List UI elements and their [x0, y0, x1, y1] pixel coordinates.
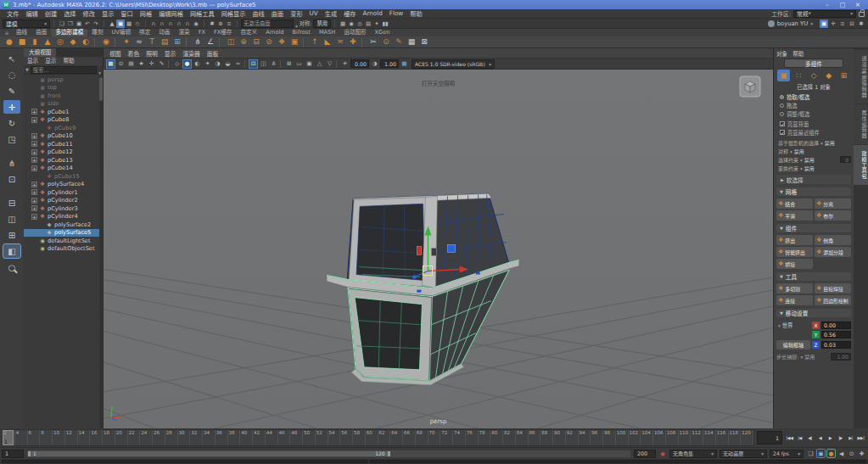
- range-slider[interactable]: 1 120: [26, 450, 631, 458]
- outliner-item[interactable]: + pCube8: [24, 116, 103, 125]
- poly-disc-icon[interactable]: ◐: [80, 36, 92, 48]
- isolate-select-toggle[interactable]: ⊡: [3, 172, 20, 186]
- toggle-layer-editor-icon[interactable]: ⊟: [848, 20, 856, 28]
- expand-toggle[interactable]: +: [31, 157, 37, 163]
- shelf-menu-icon[interactable]: ≡: [2, 29, 12, 36]
- isolate-select-icon[interactable]: ⊡: [249, 59, 258, 69]
- wireframe-mode-icon[interactable]: ◇: [172, 59, 182, 69]
- range-start-handle[interactable]: [28, 451, 31, 456]
- expand-toggle[interactable]: [38, 230, 44, 236]
- frame-tick[interactable]: 94: [579, 430, 591, 445]
- frame-tick[interactable]: 28: [165, 430, 178, 445]
- outliner-scrollbar[interactable]: [99, 75, 103, 428]
- section-header-tools[interactable]: 工具: [776, 272, 851, 281]
- character-set-selector[interactable]: 无角色集: [669, 450, 717, 458]
- expand-toggle[interactable]: +: [31, 149, 37, 155]
- lasso-tool[interactable]: ◌: [3, 68, 20, 81]
- frame-tick[interactable]: 90: [553, 430, 566, 445]
- pane-layout-two-stacked[interactable]: ⊟: [3, 196, 20, 210]
- menu-item[interactable]: 网格: [137, 9, 155, 18]
- extrude-icon[interactable]: ↑: [309, 36, 321, 48]
- translate-y-field[interactable]: 0.56: [821, 331, 851, 338]
- step-forward-frame-button[interactable]: ▶|: [846, 433, 855, 443]
- toggle-modeling-toolkit-icon[interactable]: ✱: [857, 20, 865, 28]
- viewport-menu-item[interactable]: 照明: [143, 49, 161, 58]
- outliner-item[interactable]: + pCylinder3: [24, 204, 103, 213]
- quad-draw-icon[interactable]: ✎: [393, 36, 405, 48]
- construction-history-icon[interactable]: ≡: [225, 20, 233, 28]
- separate-icon[interactable]: ⊟: [250, 36, 262, 48]
- toolkit-button[interactable]: 挤出: [776, 235, 813, 245]
- snap-viewplane-icon[interactable]: ∩: [183, 20, 192, 28]
- gamma-field[interactable]: 1.00: [380, 59, 399, 68]
- snap-point-icon[interactable]: ∩: [166, 20, 175, 28]
- render-current-frame-icon[interactable]: ◉: [347, 20, 356, 28]
- maximize-button[interactable]: □: [838, 1, 847, 9]
- go-to-end-button[interactable]: ▶▶|: [856, 433, 865, 443]
- frame-tick[interactable]: 104: [641, 430, 653, 445]
- sidebar-tab[interactable]: 属性编辑器: [854, 104, 868, 144]
- shelf-tab[interactable]: 运动图形: [339, 29, 370, 36]
- combine-icon[interactable]: ⊕: [238, 36, 249, 48]
- pane-layout-two-side[interactable]: ◫: [3, 212, 20, 226]
- exposure-field[interactable]: 0.00: [350, 59, 369, 68]
- frame-tick[interactable]: 44: [266, 430, 278, 445]
- frame-tick[interactable]: 64: [390, 430, 403, 445]
- play-forwards-button[interactable]: ▶: [826, 433, 835, 443]
- frame-tick[interactable]: 42: [253, 430, 266, 445]
- toolkit-button[interactable]: 结合: [776, 198, 813, 209]
- translate-x-field[interactable]: 0.00: [821, 321, 851, 329]
- frame-tick[interactable]: 98: [603, 430, 616, 445]
- outliner-search-input[interactable]: 搜索...: [31, 66, 97, 74]
- sep[interactable]: [186, 38, 189, 47]
- frame-tick[interactable]: 50: [303, 430, 316, 445]
- toggle-attribute-editor-icon[interactable]: ▣: [820, 20, 828, 28]
- minimize-button[interactable]: –: [823, 1, 832, 9]
- section-header-mesh[interactable]: 网格: [776, 187, 851, 196]
- sep[interactable]: [168, 60, 171, 68]
- shelf-tab[interactable]: 雕刻: [87, 29, 107, 36]
- face-mode-icon[interactable]: ◆: [822, 70, 835, 81]
- step-forward-key-button[interactable]: |▶: [836, 433, 845, 443]
- toolkit-button[interactable]: 倒角: [815, 235, 851, 245]
- 2d-pan-zoom-icon[interactable]: ✛: [147, 59, 156, 69]
- current-frame-field[interactable]: 1: [757, 431, 782, 444]
- open-render-view-icon[interactable]: ▦: [339, 20, 347, 28]
- snap-curve-icon[interactable]: ∩: [158, 20, 166, 28]
- outliner-menu-item[interactable]: 帮助: [59, 57, 77, 65]
- edit-pivot-button[interactable]: 编辑枢轴: [776, 340, 810, 349]
- color-space-selector[interactable]: ACES 1.0 SDR-video (sRGB): [412, 59, 495, 69]
- expand-toggle[interactable]: [31, 76, 37, 82]
- measure-tool-icon[interactable]: ∠: [204, 36, 216, 48]
- expand-toggle[interactable]: +: [31, 182, 37, 187]
- outliner-item[interactable]: + pCube10: [24, 132, 103, 141]
- toolkit-menu-item[interactable]: 对象: [776, 49, 787, 58]
- frame-tick[interactable]: 100: [616, 430, 629, 445]
- toolkit-button[interactable]: 目标焊接: [815, 283, 851, 293]
- smooth-icon[interactable]: ❖: [276, 36, 288, 48]
- frame-tick[interactable]: 118: [729, 430, 742, 445]
- frame-tick[interactable]: 14: [78, 430, 91, 445]
- sep[interactable]: [303, 38, 306, 47]
- render-settings-icon[interactable]: ▤: [364, 20, 372, 28]
- poly-plane-icon[interactable]: ◆: [67, 36, 79, 48]
- frame-tick[interactable]: 6: [28, 430, 41, 445]
- frame-tick[interactable]: 78: [479, 430, 491, 445]
- expand-toggle[interactable]: [31, 101, 37, 107]
- anim-end-field[interactable]: 200: [634, 450, 656, 458]
- shelf-tab[interactable]: 曲线: [12, 29, 31, 36]
- outliner-tab[interactable]: 大纲视图: [24, 48, 56, 57]
- vertex-mode-icon[interactable]: ∷: [792, 70, 805, 81]
- outliner-item[interactable]: + pCube11: [24, 140, 103, 148]
- frame-tick[interactable]: 4: [15, 430, 28, 445]
- poly-torus-icon[interactable]: ◎: [54, 36, 66, 48]
- screen-space-icon[interactable]: ⊞: [171, 36, 183, 48]
- translate-z-field[interactable]: 0.03: [821, 341, 851, 349]
- outliner-item[interactable]: polySurface5: [24, 229, 103, 238]
- frame-tick[interactable]: 20: [115, 430, 128, 445]
- save-scene-icon[interactable]: ▣: [75, 20, 83, 28]
- snap-grid-icon[interactable]: ∩: [149, 20, 158, 28]
- outliner-item[interactable]: + pCube12: [24, 148, 103, 157]
- select-tool[interactable]: ↖: [3, 52, 20, 65]
- frame-tick[interactable]: 88: [540, 430, 553, 445]
